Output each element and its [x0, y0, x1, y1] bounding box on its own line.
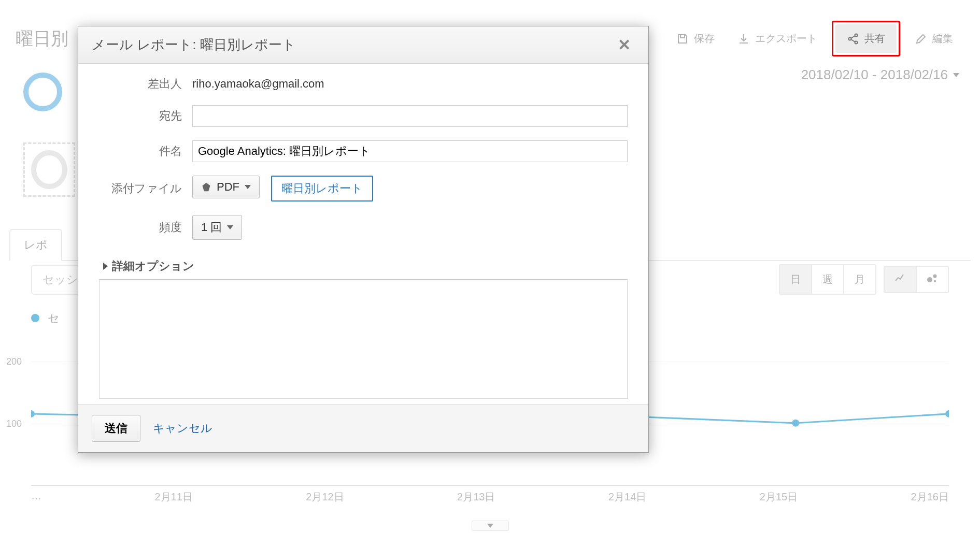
expand-handle[interactable]	[472, 521, 509, 531]
svg-point-5	[934, 280, 936, 282]
caret-right-icon	[103, 263, 108, 270]
subject-input[interactable]	[192, 140, 628, 162]
from-label: 差出人	[99, 76, 182, 92]
dialog-title: メール レポート: 曜日別レポート	[92, 36, 296, 54]
x-tick: 2月13日	[457, 490, 495, 504]
frequency-value: 1 回	[201, 220, 222, 235]
y-tick-200: 200	[6, 356, 22, 367]
x-tick: 2月11日	[154, 490, 192, 504]
x-tick: 2月12日	[306, 490, 344, 504]
x-tick: 2月16日	[911, 490, 949, 504]
share-highlight: 共有	[832, 21, 900, 56]
line-chart-icon	[894, 272, 906, 284]
dialog-footer: 送信 キャンセル	[78, 404, 648, 452]
svg-point-4	[933, 275, 937, 278]
metric-donut-placeholder	[31, 150, 67, 189]
pencil-icon	[915, 33, 927, 45]
svg-point-3	[927, 277, 932, 282]
close-icon: ✕	[618, 36, 631, 53]
save-button[interactable]: 保存	[665, 24, 726, 53]
send-button[interactable]: 送信	[92, 415, 140, 442]
attachment-chip[interactable]: 曜日別レポート	[271, 176, 373, 201]
chart-type-line[interactable]	[885, 267, 917, 292]
x-tick: 2月14日	[608, 490, 646, 504]
date-range-text: 2018/02/10 - 2018/02/16	[801, 67, 948, 83]
metric-donut-1[interactable]	[23, 73, 62, 111]
metric-add-box[interactable]	[23, 142, 75, 197]
bubble-chart-icon	[926, 272, 939, 284]
save-icon	[676, 33, 689, 45]
frequency-select[interactable]: 1 回	[192, 215, 242, 240]
svg-point-6	[31, 410, 35, 417]
close-button[interactable]: ✕	[614, 36, 635, 54]
dialog-body: 差出人 riho.yamaoka@gmail.com 宛先 件名 添付ファイル …	[78, 64, 648, 404]
legend-dot-icon	[31, 314, 39, 322]
period-week[interactable]: 週	[812, 265, 844, 294]
email-report-dialog: メール レポート: 曜日別レポート ✕ 差出人 riho.yamaoka@gma…	[78, 26, 649, 453]
analytics-page: 曜日別 保存 エクスポート 共有 編集 2018/02/10 - 2018/02…	[0, 0, 980, 533]
share-icon	[847, 33, 859, 45]
save-label: 保存	[694, 32, 715, 46]
attachment-format-select[interactable]: PDF	[192, 176, 260, 198]
share-label: 共有	[864, 32, 885, 46]
chevron-down-icon	[227, 225, 233, 229]
metric-selector-label: セッシ	[42, 273, 78, 286]
cancel-link[interactable]: キャンセル	[153, 421, 212, 436]
subject-label: 件名	[99, 143, 182, 159]
from-value: riho.yamaoka@gmail.com	[192, 77, 628, 91]
advanced-options-label: 詳細オプション	[112, 258, 194, 274]
chevron-down-icon	[953, 73, 959, 77]
frequency-label: 頻度	[99, 220, 182, 235]
period-month[interactable]: 月	[844, 265, 875, 294]
svg-point-8	[945, 410, 949, 417]
edit-label: 編集	[932, 32, 953, 46]
period-toggle: 日 週 月	[779, 264, 876, 295]
y-tick-100: 100	[6, 419, 22, 429]
share-button[interactable]: 共有	[835, 24, 897, 53]
download-icon	[737, 33, 750, 45]
chevron-down-icon	[245, 185, 251, 189]
attachment-format-label: PDF	[217, 180, 239, 194]
svg-point-7	[792, 420, 799, 427]
export-label: エクスポート	[755, 32, 817, 46]
x-tick: 2月15日	[760, 490, 798, 504]
pdf-icon	[201, 182, 211, 192]
metric-tiles	[23, 73, 75, 197]
attachment-label: 添付ファイル	[99, 181, 182, 196]
to-input[interactable]	[192, 105, 628, 127]
edit-button[interactable]: 編集	[903, 24, 964, 53]
tab-report-label: レポ	[24, 238, 48, 251]
chevron-down-icon	[487, 524, 493, 528]
message-body-input[interactable]	[99, 280, 628, 399]
x-tick-more: …	[31, 490, 41, 504]
to-label: 宛先	[99, 108, 182, 124]
export-button[interactable]: エクスポート	[726, 24, 829, 53]
period-day[interactable]: 日	[780, 265, 812, 294]
tab-report[interactable]: レポ	[9, 229, 62, 261]
page-title: 曜日別	[16, 27, 68, 51]
chart-type-toggle	[884, 266, 949, 293]
chart-type-motion[interactable]	[917, 267, 948, 292]
x-axis: … 2月11日 2月12日 2月13日 2月14日 2月15日 2月16日	[31, 486, 949, 504]
dialog-header: メール レポート: 曜日別レポート ✕	[78, 26, 648, 64]
legend-label: セ	[48, 312, 60, 325]
advanced-options-toggle[interactable]: 詳細オプション	[99, 253, 628, 280]
